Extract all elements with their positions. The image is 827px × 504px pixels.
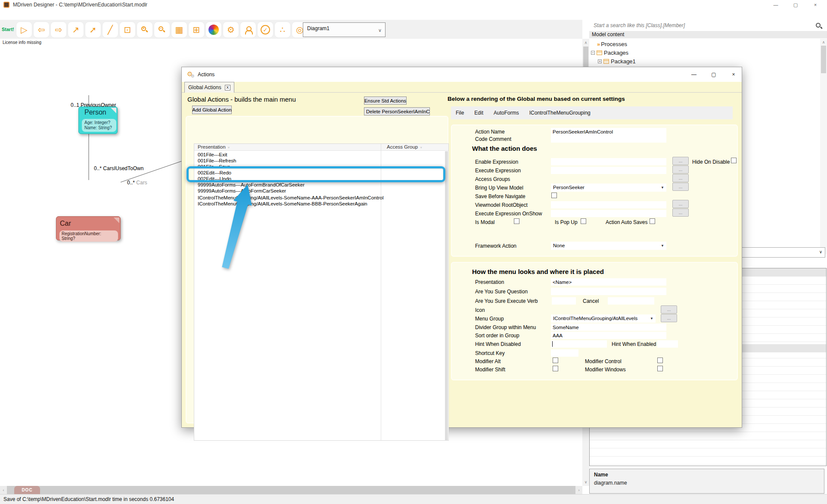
framework-action-select[interactable]: None ▼ [551, 242, 666, 250]
presentation-input[interactable] [551, 278, 666, 286]
menu-group-select[interactable]: IControlTheMenuGrouping/AtAllLevels ▼ [551, 314, 656, 323]
viewmodels-button[interactable]: ∴ [274, 22, 291, 38]
modifier-shift-checkbox[interactable] [553, 366, 558, 371]
execute-expression-input[interactable] [551, 167, 666, 174]
name-panel-value[interactable]: diagram.name [594, 480, 627, 486]
canvas-horizontal-scrollbar[interactable]: ‹ › [0, 486, 582, 494]
association-tool-button[interactable]: ↗ [68, 22, 84, 38]
scroll-up-icon[interactable]: ∧ [582, 40, 589, 46]
start-label[interactable]: Start! [2, 27, 14, 32]
divider-group-input[interactable] [551, 324, 666, 331]
dashed-line-tool-button[interactable]: ╱ [102, 22, 118, 38]
styles-button[interactable] [205, 22, 222, 38]
tree-scrollbar[interactable]: ∧ ∨ [820, 39, 827, 254]
scroll-right-icon[interactable]: › [575, 486, 582, 494]
access-groups-ellipsis-button[interactable]: ... [672, 174, 689, 182]
modifier-alt-checkbox[interactable] [553, 358, 558, 363]
doc-tab[interactable]: DOC [14, 486, 40, 494]
run-form-button[interactable]: ⊞ [188, 22, 205, 38]
action-name-input[interactable] [551, 128, 666, 135]
dialog-close-button[interactable]: × [727, 69, 740, 80]
tab-close-icon[interactable]: X [225, 85, 230, 90]
zoom-out-button[interactable]: − [154, 22, 170, 38]
class-car[interactable]: Car RegistrationNumber: String? [56, 216, 121, 240]
are-you-sure-question-input[interactable] [551, 288, 666, 295]
dialog-minimize-button[interactable]: — [687, 69, 700, 80]
validate-button[interactable]: ✓ [257, 22, 274, 38]
sort-order-input[interactable] [551, 332, 666, 339]
cancel-verb-input[interactable] [608, 297, 654, 305]
delete-action-button[interactable]: Delete PersonSeekerIAmInControl [364, 107, 430, 115]
action-row[interactable]: 001File---Refresh [198, 158, 236, 163]
filter-icon[interactable]: ▼ [227, 146, 230, 149]
minimize-button[interactable]: — [766, 0, 786, 9]
save-before-navigate-checkbox[interactable] [551, 193, 557, 198]
action-auto-saves-checkbox[interactable] [650, 218, 655, 224]
scroll-down-icon[interactable]: ∨ [582, 479, 589, 485]
action-row[interactable]: 99999AutoForms---AutoFormCarSeeker [198, 188, 286, 193]
autoform-button[interactable]: ▦ [171, 22, 187, 38]
sidebar-item-processes[interactable]: » Processes [597, 40, 627, 48]
viewmodel-rootobject-ellipsis-button[interactable]: ... [672, 200, 689, 208]
hint-when-enabled-input[interactable] [657, 340, 678, 348]
shortcut-key-input[interactable] [551, 349, 578, 357]
access-groups-button[interactable] [240, 22, 256, 38]
add-global-action-button[interactable]: Add Global Action [192, 106, 232, 114]
list-scrollbar[interactable] [445, 151, 448, 441]
settings-button[interactable]: ⚙ [223, 22, 239, 38]
forward-button[interactable]: ⇨ [50, 22, 67, 38]
association-label-carsiusedtoown[interactable]: 0..* CarsIUsedToOwn [94, 165, 143, 171]
modifier-control-checkbox[interactable] [657, 358, 663, 363]
preview-menu-icontrolthemenugrouping[interactable]: IControlTheMenuGrouping [529, 110, 591, 116]
action-row[interactable]: 001File---Exit [198, 152, 227, 157]
collapse-icon[interactable]: − [591, 51, 595, 55]
column-divider[interactable] [381, 144, 381, 440]
global-actions-list[interactable]: Presentation▼ Access Group▼ 001File---Ex… [194, 143, 449, 441]
hint-when-disabled-input[interactable] [551, 340, 607, 348]
sidebar-item-packages[interactable]: − Packages [591, 48, 628, 57]
search-input[interactable]: Start a search like this [Class].[Member… [589, 20, 827, 31]
scroll-up-icon[interactable]: ∧ [820, 40, 827, 45]
diagram-select[interactable]: Diagram1 ∨ [303, 22, 386, 37]
preview-menu-file[interactable]: File [456, 110, 464, 116]
menu-group-ellipsis-button[interactable]: ... [661, 314, 677, 322]
viewmodel-rootobject-input[interactable] [551, 201, 666, 208]
filter-icon[interactable]: ▼ [420, 146, 423, 149]
preview-menu-edit[interactable]: Edit [474, 110, 483, 116]
bring-up-view-model-select[interactable]: PersonSeeker ▼ [551, 184, 666, 192]
association-label-previousowner[interactable]: 0..1 PreviousOwner [71, 102, 116, 108]
execute-expression-ellipsis-button[interactable]: ... [672, 165, 689, 174]
sidebar-item-package1[interactable]: + Package1 [598, 57, 636, 65]
are-you-sure-execute-verb-input[interactable] [552, 297, 576, 305]
column-access-group[interactable]: Access Group▼ [387, 144, 423, 149]
modifier-windows-checkbox[interactable] [657, 366, 663, 371]
association-label-cars[interactable]: 0..* Cars [127, 180, 147, 186]
dialog-title-bar[interactable]: ⚙ ⚙ Actions — ▢ × [182, 67, 742, 82]
action-row[interactable]: 99999AutoForms---AutoFormBrandOfCarSeeke… [198, 182, 305, 187]
column-presentation[interactable]: Presentation▼ [198, 144, 230, 149]
code-comment-input[interactable] [551, 135, 666, 143]
dialog-maximize-button[interactable]: ▢ [707, 69, 720, 80]
action-row-highlighted[interactable]: IControlTheMenuGrouping/AtAllLevels-Some… [198, 195, 383, 200]
scrollbar-thumb[interactable] [821, 46, 826, 73]
back-button[interactable]: ⇦ [33, 22, 50, 38]
maximize-button[interactable]: ▢ [786, 0, 805, 9]
zoom-in-button[interactable]: + [137, 22, 153, 38]
ensure-std-actions-button[interactable]: Ensure Std Actions [364, 96, 407, 105]
class-person[interactable]: Person Age: Integer? Name: String? [78, 106, 118, 134]
enable-expression-input[interactable] [551, 158, 666, 165]
run-button[interactable]: ▷ [16, 22, 32, 38]
preview-menu-autoforms[interactable]: AutoForms [494, 110, 519, 116]
hide-on-disable-checkbox[interactable] [731, 158, 737, 163]
tab-global-actions[interactable]: Global Actions X [184, 82, 234, 93]
is-modal-checkbox[interactable] [514, 218, 519, 224]
bring-up-view-model-ellipsis-button[interactable]: ... [672, 183, 689, 191]
is-pop-up-checkbox[interactable] [581, 218, 586, 224]
icon-ellipsis-button[interactable]: ... [661, 305, 677, 314]
close-button[interactable]: × [805, 0, 825, 9]
execute-expression-onshow-input[interactable] [551, 210, 666, 217]
expand-icon[interactable]: + [598, 59, 602, 63]
scroll-left-icon[interactable]: ‹ [0, 486, 7, 494]
enable-expression-ellipsis-button[interactable]: ... [672, 157, 689, 165]
pointer-tool-button[interactable]: ➚ [85, 22, 101, 38]
